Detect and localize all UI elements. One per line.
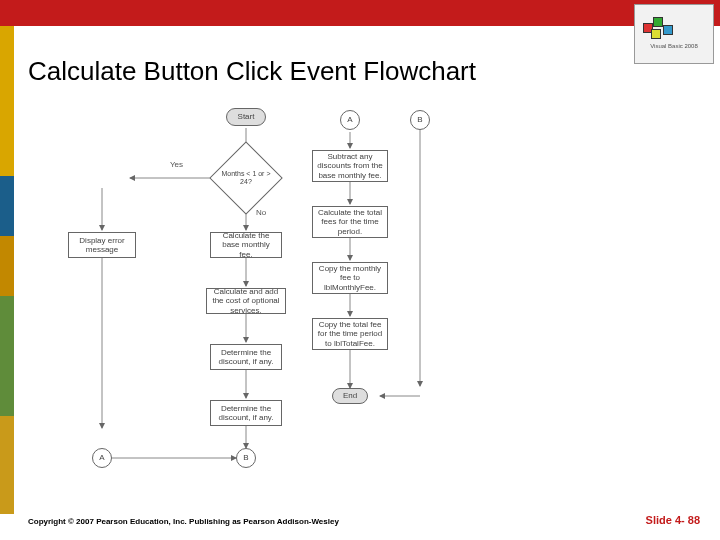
node-copy-total: Copy the total fee for the time period t… — [312, 318, 388, 350]
node-subtract: Subtract any discounts from the base mon… — [312, 150, 388, 182]
left-stripe — [0, 26, 14, 514]
copyright: Copyright © 2007 Pearson Education, Inc.… — [28, 517, 339, 526]
node-discount-dup: Determine the discount, if any. — [210, 400, 282, 426]
node-optional: Calculate and add the cost of optional s… — [206, 288, 286, 314]
node-total: Calculate the total fees for the time pe… — [312, 206, 388, 238]
label-no: No — [256, 208, 266, 217]
conn-a2: A — [340, 110, 360, 130]
book-caption: Visual Basic 2008 — [650, 43, 698, 49]
slide-number: Slide 4- 88 — [646, 514, 700, 526]
node-start: Start — [226, 108, 266, 126]
book-thumbnail: Visual Basic 2008 — [634, 4, 714, 64]
conn-a: A — [92, 448, 112, 468]
node-error: Display error message — [68, 232, 136, 258]
node-end: End — [332, 388, 368, 404]
node-copy-monthly: Copy the monthly fee to lblMonthlyFee. — [312, 262, 388, 294]
conn-b2: B — [410, 110, 430, 130]
node-base-fee: Calculate the base monthly fee. — [210, 232, 282, 258]
slide-title: Calculate Button Click Event Flowchart — [28, 56, 476, 87]
top-bar — [0, 0, 720, 26]
flowchart: Start Months < 1 or > 24? Yes No Display… — [60, 108, 620, 484]
node-discount: Determine the discount, if any. — [210, 344, 282, 370]
conn-b: B — [236, 448, 256, 468]
label-yes: Yes — [170, 160, 183, 169]
